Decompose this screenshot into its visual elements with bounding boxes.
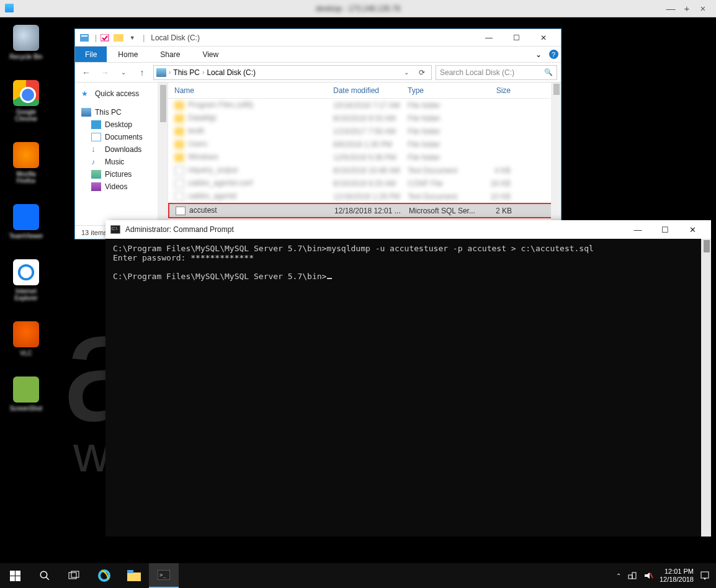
tray-overflow-icon[interactable]: ⌃	[616, 572, 621, 579]
desktop-icon-ie[interactable]: Internet Explorer	[7, 259, 45, 301]
svg-point-0	[19, 265, 34, 280]
cursor	[327, 278, 332, 279]
notifications-icon[interactable]	[700, 571, 710, 581]
desktop-icon-chrome[interactable]: Google Chrome	[7, 80, 45, 122]
svg-line-17	[650, 573, 653, 578]
svg-text:>_: >_	[159, 572, 166, 578]
search-button[interactable]	[30, 563, 60, 588]
desktop-icon-recycle-bin[interactable]: Recycle Bin	[7, 25, 45, 60]
file-explorer-window: | ▼ | Local Disk (C:) — ☐ ✕ File Home Sh…	[74, 29, 562, 239]
tab-view[interactable]: View	[191, 47, 230, 62]
desktop-icon-vlc[interactable]: VLC	[7, 321, 45, 357]
nav-up-button[interactable]: ↑	[135, 65, 150, 80]
taskbar-cmd[interactable]: >_	[149, 563, 179, 588]
col-size[interactable]: Size	[473, 86, 517, 95]
svg-marker-19	[704, 578, 706, 580]
file-row[interactable]: zabbix_agentd12/18/2018 1:29 PMText Docu…	[168, 190, 561, 203]
desktop-icon-firefox[interactable]: Mozilla Firefox	[7, 142, 45, 184]
desktop[interactable]: Recycle Bin Google Chrome Mozilla Firefo…	[0, 17, 716, 588]
explorer-close-button[interactable]: ✕	[530, 29, 557, 47]
remote-desktop-window: desktop - 173.248.135.78 — + × Recycle B…	[0, 0, 716, 588]
folder-icon[interactable]	[113, 33, 124, 43]
taskbar: >_ ⌃ 12:01 PM 12/18/2018	[0, 563, 716, 588]
network-icon[interactable]	[627, 571, 637, 580]
tree-downloads[interactable]: ↓Downloads	[81, 143, 168, 156]
file-row[interactable]: test61/23/2017 7:50 AMFile folder	[168, 125, 561, 138]
refresh-button[interactable]: ⟳	[415, 68, 429, 77]
task-view-button[interactable]	[60, 563, 89, 588]
svg-point-5	[40, 571, 47, 578]
tab-share[interactable]: Share	[149, 47, 191, 62]
explorer-minimize-button[interactable]: —	[475, 29, 503, 47]
tree-videos[interactable]: Videos	[81, 180, 168, 193]
pc-icon	[156, 68, 166, 77]
tree-documents[interactable]: Documents	[81, 131, 168, 143]
svg-line-6	[46, 577, 49, 580]
col-type[interactable]: Type	[401, 86, 473, 95]
tree-quick-access[interactable]: ★Quick access	[81, 87, 168, 100]
tab-home[interactable]: Home	[107, 47, 149, 62]
tree-this-pc[interactable]: This PC	[81, 106, 168, 118]
svg-rect-18	[701, 572, 709, 578]
command-prompt-window: Administrator: Command Prompt — ☐ ✕ C:\P…	[105, 220, 711, 537]
crumb-dropdown[interactable]: ⌄	[400, 69, 413, 76]
cmd-terminal[interactable]: C:\Program Files\MySQL\MySQL Server 5.7\…	[105, 239, 711, 537]
tree-scrollbar[interactable]	[158, 82, 168, 225]
outer-titlebar: desktop - 173.248.135.78 — + ×	[0, 0, 716, 17]
ribbon-expand-button[interactable]: ⌄	[531, 47, 546, 62]
file-row[interactable]: zabbix_agentd.conf6/15/2018 9:20 AMCONF …	[168, 177, 561, 190]
col-name[interactable]: Name	[168, 86, 327, 95]
help-button[interactable]: ?	[546, 47, 561, 62]
breadcrumb[interactable]: › This PC › Local Disk (C:) ⌄ ⟳	[153, 65, 432, 80]
outer-minimize-button[interactable]: —	[663, 3, 679, 14]
outer-close-button[interactable]: ×	[695, 3, 711, 14]
explorer-address-bar: ← → ⌄ ↑ › This PC › Local Disk (C:) ⌄ ⟳ …	[75, 63, 561, 82]
crumb-this-pc[interactable]: This PC	[173, 68, 200, 77]
tree-music[interactable]: ♪Music	[81, 156, 168, 168]
svg-marker-16	[645, 572, 650, 579]
search-input[interactable]: Search Local Disk (C:) 🔍	[436, 65, 557, 80]
start-button[interactable]	[0, 563, 30, 588]
taskbar-explorer[interactable]	[119, 563, 149, 588]
file-row[interactable]: Windows12/5/2018 5:38 PMFile folder	[168, 151, 561, 164]
tab-file[interactable]: File	[75, 47, 107, 62]
svg-rect-1	[80, 34, 89, 42]
file-list: Name Date modified Type Size Program Fil…	[168, 82, 561, 225]
desktop-icon-green[interactable]: ScreenShot	[7, 376, 45, 412]
file-row[interactable]: Users6/6/2018 1:35 PMFile folder	[168, 138, 561, 151]
svg-rect-11	[127, 570, 133, 573]
cmd-titlebar[interactable]: Administrator: Command Prompt — ☐ ✕	[105, 220, 711, 239]
crumb-local-disk[interactable]: Local Disk (C:)	[207, 68, 256, 77]
checkbox-icon[interactable]	[99, 33, 110, 43]
cmd-title-text: Administrator: Command Prompt	[125, 225, 234, 234]
cmd-scrollbar[interactable]	[701, 239, 711, 537]
desktop-icon-teamviewer[interactable]: TeamViewer	[7, 204, 45, 239]
rdp-icon	[5, 4, 14, 12]
explorer-maximize-button[interactable]: ☐	[503, 29, 530, 47]
item-count: 13 items	[81, 229, 107, 236]
file-scrollbar[interactable]	[551, 82, 561, 225]
volume-icon[interactable]	[643, 571, 653, 580]
taskbar-clock[interactable]: 12:01 PM 12/18/2018	[660, 568, 694, 584]
tree-desktop[interactable]: Desktop	[81, 118, 168, 131]
file-row[interactable]: ntquery_output6/15/2018 10:48 AMText Doc…	[168, 164, 561, 177]
file-row[interactable]: Program Files (x86)10/16/2018 7:17 AMFil…	[168, 99, 561, 112]
qat-dropdown-icon[interactable]: ▼	[127, 33, 138, 43]
cmd-minimize-button[interactable]: —	[624, 220, 651, 239]
taskbar-ie[interactable]	[89, 563, 119, 588]
svg-rect-15	[632, 572, 636, 579]
explorer-titlebar[interactable]: | ▼ | Local Disk (C:) — ☐ ✕	[75, 29, 561, 47]
cmd-close-button[interactable]: ✕	[679, 220, 706, 239]
nav-forward-button[interactable]: →	[97, 65, 112, 80]
properties-icon[interactable]	[79, 33, 90, 43]
cmd-maximize-button[interactable]: ☐	[651, 220, 679, 239]
tree-pictures[interactable]: Pictures	[81, 168, 168, 180]
col-date[interactable]: Date modified	[327, 86, 401, 95]
outer-maximize-button[interactable]: +	[679, 3, 695, 14]
nav-recent-button[interactable]: ⌄	[116, 65, 131, 80]
file-row[interactable]: DataMgt8/15/2018 9:33 AMFile folder	[168, 112, 561, 125]
file-row-accutest[interactable]: accutest 12/18/2018 12:01 ... Microsoft …	[168, 203, 561, 218]
nav-back-button[interactable]: ←	[79, 65, 94, 80]
svg-rect-10	[127, 572, 141, 581]
search-icon[interactable]: 🔍	[544, 68, 553, 76]
